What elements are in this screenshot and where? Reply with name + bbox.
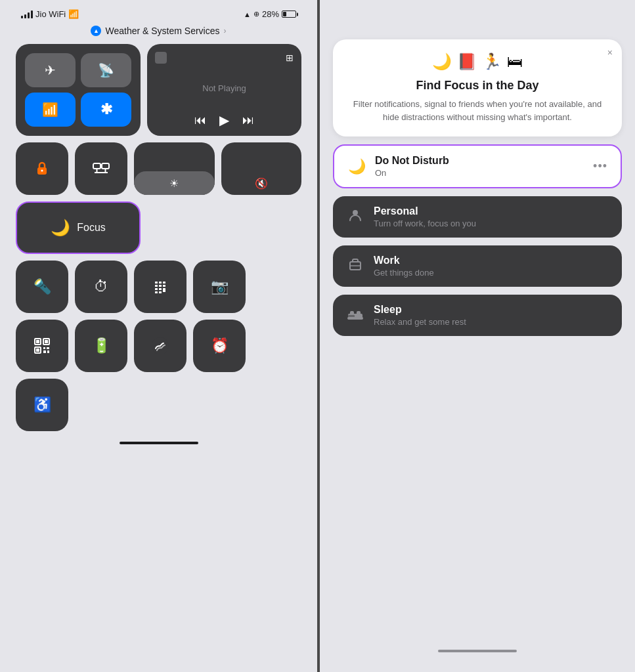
svg-rect-10	[155, 285, 158, 287]
cellular-button[interactable]: 📡	[81, 53, 131, 87]
battery-health-button[interactable]: 🔋	[75, 320, 127, 372]
wifi-icon: 📶	[68, 9, 79, 19]
work-sub: Get things done	[374, 268, 609, 278]
status-left: Jio WiFi 📶	[21, 9, 79, 19]
volume-slider[interactable]: 🔇	[221, 142, 302, 195]
svg-rect-21	[45, 340, 48, 343]
media-app-icon	[155, 52, 167, 64]
promo-icon-moon: 🌙	[432, 52, 452, 71]
qr-scanner-button[interactable]	[16, 320, 68, 372]
left-home-bar	[120, 442, 198, 444]
prev-button[interactable]: ⏮	[194, 114, 206, 127]
bluetooth-button[interactable]: ✱	[81, 93, 131, 127]
svg-rect-12	[163, 285, 165, 287]
signal-bar-4	[31, 10, 33, 18]
promo-description: Filter notifications, signal to friends …	[346, 98, 609, 123]
promo-icon-run: 🏃	[482, 52, 502, 71]
svg-rect-19	[36, 340, 39, 343]
cc-header: ▲ Weather & System Services ›	[91, 23, 226, 44]
media-block: ⊞ Not Playing ⏮ ▶ ⏭	[147, 44, 301, 136]
sleep-text: Sleep Relax and get some rest	[374, 304, 609, 327]
sleep-sub: Relax and get some rest	[374, 317, 609, 327]
focus-btn-row: 🌙 Focus	[16, 201, 301, 254]
cc-middle-row: ☀ 🔇	[16, 142, 301, 195]
focus-item-personal[interactable]: Personal Turn off work, focus on you	[333, 196, 622, 238]
left-panel: Jio WiFi 📶 ▲ ⊕ 28% ▲ Weather & System Se…	[0, 0, 317, 672]
promo-icon-bed: 🛏	[507, 52, 523, 71]
carrier-label: Jio WiFi	[35, 9, 66, 19]
utility-row-1: 🔦 ⏱ 📷	[16, 261, 301, 313]
focus-item-do-not-disturb[interactable]: 🌙 Do Not Disturb On •••	[333, 144, 622, 188]
svg-rect-34	[347, 317, 363, 320]
location-dot: ▲	[244, 10, 251, 18]
camera-button[interactable]: 📷	[193, 261, 246, 313]
screen-lock-button[interactable]	[16, 142, 68, 195]
alarm-button[interactable]: ⏰	[193, 320, 246, 372]
utility-row-2: 🔋 ⏰	[16, 320, 301, 372]
calculator-button[interactable]	[134, 261, 186, 313]
signal-bar-1	[21, 16, 23, 18]
svg-rect-16	[155, 291, 158, 293]
cc-grid: ✈ 📡 📶 ✱ ⊞ Not Playing ⏮ ▶ ⏭	[16, 44, 301, 431]
svg-rect-27	[47, 350, 49, 353]
play-button[interactable]: ▶	[219, 112, 229, 128]
right-panel: × 🌙 📕 🏃 🛏 Find Focus in the Day Filter n…	[320, 0, 635, 672]
work-icon	[346, 257, 364, 276]
work-text: Work Get things done	[374, 255, 609, 278]
svg-rect-11	[159, 285, 162, 287]
personal-sub: Turn off work, focus on you	[374, 219, 609, 228]
airplane-mode-button[interactable]: ✈	[25, 53, 76, 87]
svg-rect-14	[159, 288, 162, 290]
svg-rect-8	[159, 282, 162, 284]
timer-button[interactable]: ⏱	[75, 261, 127, 313]
signal-bar-3	[28, 12, 30, 18]
personal-name: Personal	[374, 205, 609, 217]
wifi-button[interactable]: 📶	[25, 93, 76, 127]
svg-rect-23	[36, 348, 39, 352]
screen-mirror-button[interactable]	[75, 142, 127, 195]
connectivity-block: ✈ 📡 📶 ✱	[16, 44, 141, 136]
svg-point-1	[41, 170, 43, 172]
right-home-bar	[438, 650, 517, 652]
do-not-disturb-name: Do Not Disturb	[375, 155, 584, 167]
focus-button[interactable]: 🌙 Focus	[16, 201, 141, 254]
do-not-disturb-status: On	[375, 168, 584, 178]
sleep-icon	[346, 307, 364, 324]
promo-close-button[interactable]: ×	[607, 47, 613, 58]
do-not-disturb-icon: 🌙	[347, 158, 366, 175]
brightness-slider[interactable]: ☀	[134, 142, 215, 195]
accessibility-button[interactable]: ♿	[16, 379, 68, 431]
focus-item-work[interactable]: Work Get things done	[333, 245, 622, 287]
svg-rect-17	[159, 291, 162, 293]
chevron-right-icon: ›	[224, 26, 227, 35]
status-right: ▲ ⊕ 28%	[244, 9, 296, 19]
battery-fill	[283, 12, 286, 16]
utility-row-3: ♿	[16, 379, 301, 431]
focus-item-sleep[interactable]: Sleep Relax and get some rest	[333, 295, 622, 336]
personal-icon	[346, 208, 364, 226]
promo-title: Find Focus in the Day	[346, 79, 609, 93]
svg-rect-13	[155, 288, 158, 290]
svg-rect-25	[47, 347, 49, 349]
do-not-disturb-dots[interactable]: •••	[593, 159, 607, 173]
next-button[interactable]: ⏭	[242, 114, 254, 127]
media-not-playing: Not Playing	[155, 64, 294, 112]
shazam-button[interactable]	[134, 320, 186, 372]
battery-icon	[282, 10, 296, 18]
status-bar: Jio WiFi 📶 ▲ ⊕ 28%	[16, 0, 301, 23]
battery-pct: 28%	[262, 9, 279, 19]
svg-rect-26	[43, 350, 46, 353]
signal-bar-2	[24, 14, 26, 18]
promo-card: × 🌙 📕 🏃 🛏 Find Focus in the Day Filter n…	[333, 39, 622, 136]
media-header: ⊞	[155, 52, 294, 64]
svg-rect-3	[102, 163, 109, 169]
promo-icon-book: 📕	[457, 52, 477, 71]
airplay-icon[interactable]: ⊞	[286, 52, 294, 63]
svg-rect-7	[155, 282, 158, 284]
location-circle: ⊕	[253, 10, 259, 18]
flashlight-button[interactable]: 🔦	[16, 261, 68, 313]
promo-icons: 🌙 📕 🏃 🛏	[346, 52, 609, 71]
sleep-name: Sleep	[374, 304, 609, 316]
svg-rect-35	[350, 311, 354, 315]
focus-moon-icon: 🌙	[51, 219, 70, 237]
